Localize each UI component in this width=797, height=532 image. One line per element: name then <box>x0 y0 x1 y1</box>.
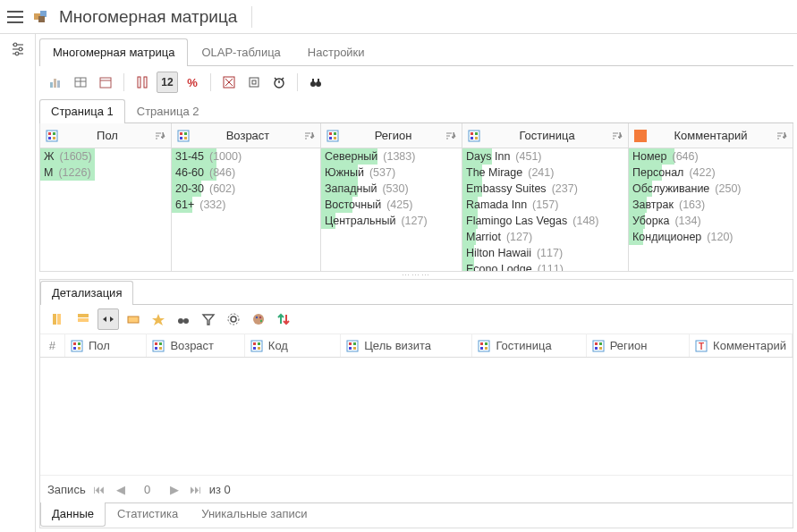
svg-marker-82 <box>203 315 214 325</box>
sort-icon[interactable] <box>302 130 315 142</box>
percent-button[interactable]: % <box>182 72 203 93</box>
column-header[interactable]: Комментарий <box>629 123 793 148</box>
svg-point-83 <box>231 317 236 322</box>
matrix-row[interactable]: Уборка(134) <box>629 213 793 229</box>
column-body[interactable]: Номер(646)Персонал(422)Обслуживание(250)… <box>629 148 793 271</box>
detail-column-header[interactable]: Код <box>245 334 341 357</box>
detail-column-name: Код <box>268 339 288 352</box>
column-header[interactable]: Регион <box>321 123 462 148</box>
matrix-row[interactable]: 61+(332) <box>172 197 320 213</box>
matrix-row[interactable]: Кондиционер(120) <box>629 229 793 245</box>
matrix-row[interactable]: Ж(1605) <box>40 148 171 165</box>
sliders-icon[interactable] <box>10 41 26 57</box>
sort-icon[interactable] <box>153 130 165 142</box>
svg-rect-41 <box>178 131 189 141</box>
matrix-row[interactable]: Завтрак(163) <box>629 197 793 213</box>
pager-prev-icon[interactable]: ◀ <box>113 481 129 497</box>
detail-tab[interactable]: Детализация <box>40 281 133 305</box>
column-body[interactable]: Северный(1383)Южный(537)Западный(530)Вос… <box>321 148 462 271</box>
matrix-row[interactable]: Северный(1383) <box>321 148 462 165</box>
matrix-row[interactable]: The Mirage(241) <box>462 165 628 181</box>
matrix-row[interactable]: Days Inn(451) <box>462 148 628 165</box>
matrix-row[interactable]: Embassy Suites(237) <box>462 181 628 197</box>
columns-icon[interactable] <box>131 72 153 93</box>
binoculars-icon[interactable] <box>305 72 326 93</box>
matrix-row[interactable]: 46-60(846) <box>172 165 320 181</box>
sort-icon[interactable] <box>775 130 787 142</box>
matrix-row[interactable]: 20-30(602) <box>172 181 320 197</box>
tag-icon[interactable] <box>123 308 144 330</box>
rows-icon[interactable] <box>72 308 94 330</box>
svg-rect-59 <box>469 131 479 141</box>
page-tab-1[interactable]: Страница 1 <box>39 99 125 123</box>
detail-column-header[interactable]: Пол <box>65 334 148 357</box>
table-icon[interactable] <box>70 72 91 93</box>
matrix-row[interactable]: Flamingo Las Vegas(148) <box>462 213 628 229</box>
grid-x-icon[interactable] <box>218 72 240 93</box>
svg-rect-60 <box>471 132 473 135</box>
svg-rect-93 <box>78 342 81 345</box>
matrix-row[interactable]: Восточный(425) <box>321 197 462 213</box>
column-header[interactable]: Возраст <box>172 123 320 148</box>
page-tab-2[interactable]: Страница 2 <box>125 99 211 123</box>
matrix-row[interactable]: Econo Lodge(111) <box>462 261 628 271</box>
detail-column-header[interactable]: Регион <box>587 334 690 357</box>
number-12-button[interactable]: 12 <box>157 72 178 93</box>
pager-next-icon[interactable]: ▶ <box>166 481 182 497</box>
menu-button[interactable] <box>7 11 23 23</box>
detail-column-name: Возраст <box>170 339 214 352</box>
sort-arrows-icon[interactable] <box>273 308 294 330</box>
matrix-row[interactable]: Западный(530) <box>321 181 462 197</box>
column-body[interactable]: Ж(1605)М(1226) <box>40 148 171 271</box>
row-count: (1226) <box>58 166 90 179</box>
expand-icon[interactable] <box>98 308 119 330</box>
sort-icon[interactable] <box>444 130 456 142</box>
resize-handle[interactable]: ⋯⋯⋯ <box>36 272 797 279</box>
tab-settings[interactable]: Настройки <box>294 38 378 66</box>
chart-icon[interactable] <box>45 72 66 93</box>
matrix-row[interactable]: 31-45(1000) <box>172 148 320 165</box>
svg-rect-51 <box>329 132 332 135</box>
alarm-icon[interactable] <box>268 72 290 93</box>
tab-olap[interactable]: OLAP-таблица <box>188 38 293 66</box>
row-label: Западный <box>325 182 377 195</box>
column-body[interactable]: Days Inn(451)The Mirage(241)Embassy Suit… <box>462 148 628 271</box>
svg-rect-30 <box>312 79 314 82</box>
binoculars-icon[interactable] <box>173 308 194 330</box>
star-icon[interactable] <box>148 308 169 330</box>
filter-icon[interactable] <box>198 308 219 330</box>
matrix-row[interactable]: Южный(537) <box>321 165 462 181</box>
svg-marker-79 <box>152 314 165 325</box>
columns-yellow-icon[interactable] <box>47 308 69 330</box>
detail-column-header[interactable]: Возраст <box>147 334 244 357</box>
matrix-row[interactable]: М(1226) <box>40 165 171 181</box>
gear-icon[interactable] <box>223 308 244 330</box>
calendar-icon[interactable] <box>95 72 116 93</box>
column-header[interactable]: Гостиница <box>462 123 628 148</box>
matrix-row[interactable]: Обслуживание(250) <box>629 181 793 197</box>
matrix-row[interactable]: Hilton Hawaii(117) <box>462 245 628 261</box>
detail-column-header[interactable]: Цель визита <box>341 334 472 357</box>
tab-matrix[interactable]: Многомерная матрица <box>39 38 188 66</box>
matrix-row[interactable]: Marriot(127) <box>462 229 628 245</box>
palette-icon[interactable] <box>248 308 269 330</box>
detail-column-header[interactable]: Гостиница <box>472 334 586 357</box>
matrix-row[interactable]: Центральный(127) <box>321 213 462 229</box>
btab-data[interactable]: Данные <box>40 502 106 527</box>
column-header[interactable]: Пол <box>40 123 171 148</box>
column-name: Комментарий <box>647 129 775 142</box>
matrix-row[interactable]: Номер(646) <box>629 148 793 165</box>
row-count: (241) <box>528 166 554 179</box>
pager-last-icon[interactable]: ⏭ <box>188 481 204 497</box>
btab-unique[interactable]: Уникальные записи <box>190 502 318 527</box>
matrix-row[interactable]: Ramada Inn(157) <box>462 197 628 213</box>
matrix-row[interactable]: Персонал(422) <box>629 165 793 181</box>
btab-stats[interactable]: Статистика <box>106 502 190 527</box>
pager-first-icon[interactable]: ⏮ <box>91 481 107 497</box>
sort-icon[interactable] <box>610 130 623 142</box>
box-icon[interactable] <box>243 72 265 93</box>
column-body[interactable]: 31-45(1000)46-60(846)20-30(602)61+(332) <box>172 148 320 271</box>
detail-column-header[interactable]: TКомментарий <box>690 334 793 357</box>
row-label: Восточный <box>325 198 381 211</box>
svg-rect-61 <box>475 132 478 135</box>
